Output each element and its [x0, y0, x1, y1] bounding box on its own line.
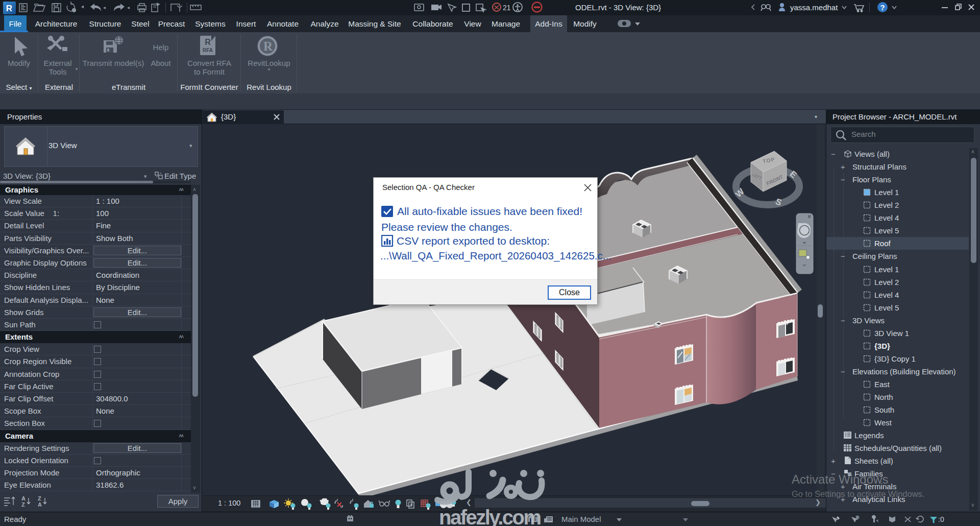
- svg-text::0: :0: [938, 515, 944, 523]
- svg-text:?: ?: [880, 3, 885, 12]
- svg-text:Main Model: Main Model: [561, 515, 601, 523]
- svg-text:A: A: [38, 501, 42, 508]
- svg-text:21: 21: [503, 4, 511, 12]
- svg-text:RFA: RFA: [203, 47, 213, 53]
- svg-text:R: R: [6, 4, 12, 13]
- svg-text:yassa.medhat: yassa.medhat: [790, 3, 838, 12]
- svg-text:A: A: [21, 495, 26, 501]
- svg-text:Z: Z: [38, 495, 41, 501]
- svg-text:R: R: [205, 38, 211, 46]
- svg-text:Z: Z: [21, 501, 25, 508]
- svg-text:R: R: [263, 39, 273, 53]
